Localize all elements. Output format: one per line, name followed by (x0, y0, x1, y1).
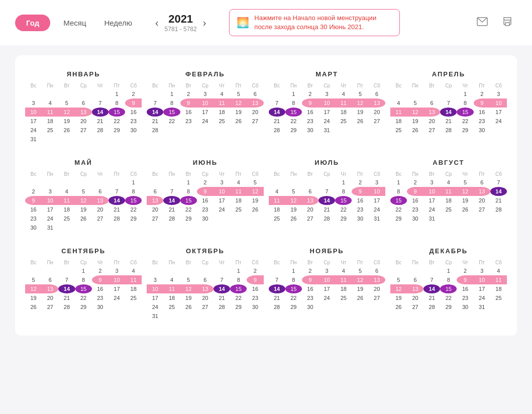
day-cell-5[interactable]: 5 (457, 178, 473, 187)
day-cell-24[interactable]: 24 (109, 293, 125, 302)
day-cell-30[interactable]: 30 (474, 126, 490, 135)
day-cell-15[interactable]: 15 (109, 108, 125, 117)
day-cell-11[interactable]: 11 (58, 196, 75, 205)
day-cell-23[interactable]: 23 (25, 214, 42, 223)
day-cell-15[interactable]: 15 (457, 108, 473, 117)
day-cell-14[interactable]: 14 (440, 108, 457, 117)
day-cell-28[interactable]: 28 (423, 302, 440, 312)
day-cell-31[interactable]: 31 (147, 312, 163, 321)
day-cell-24[interactable]: 24 (42, 214, 58, 223)
day-cell-18[interactable]: 18 (58, 205, 75, 214)
day-cell-30[interactable]: 30 (407, 214, 423, 223)
day-cell-10[interactable]: 10 (147, 284, 163, 293)
day-cell-13[interactable]: 13 (147, 196, 163, 205)
day-cell-2[interactable]: 2 (302, 89, 318, 98)
day-cell-8[interactable]: 8 (285, 275, 302, 284)
day-cell-23[interactable]: 23 (125, 117, 142, 126)
day-cell-24[interactable]: 24 (214, 205, 230, 214)
day-cell-16[interactable]: 16 (352, 196, 368, 205)
day-cell-26[interactable]: 26 (352, 117, 368, 126)
day-cell-19[interactable]: 19 (25, 293, 42, 302)
day-cell-14[interactable]: 14 (163, 196, 180, 205)
day-cell-18[interactable]: 18 (230, 196, 247, 205)
day-cell-9[interactable]: 9 (474, 98, 490, 108)
day-cell-23[interactable]: 23 (197, 205, 214, 214)
day-cell-15[interactable]: 15 (230, 284, 247, 293)
day-cell-8[interactable]: 8 (230, 275, 247, 284)
day-cell-6[interactable]: 6 (247, 89, 263, 98)
day-cell-23[interactable]: 23 (352, 205, 368, 214)
day-cell-5[interactable]: 5 (58, 98, 75, 108)
day-cell-27[interactable]: 27 (197, 302, 214, 312)
day-cell-9[interactable]: 9 (302, 98, 318, 108)
day-cell-18[interactable]: 18 (125, 284, 142, 293)
day-cell-7[interactable]: 7 (423, 275, 440, 284)
day-cell-13[interactable]: 13 (302, 196, 318, 205)
day-cell-19[interactable]: 19 (407, 117, 423, 126)
day-cell-26[interactable]: 26 (180, 302, 197, 312)
day-cell-28[interactable]: 28 (92, 126, 109, 135)
day-cell-7[interactable]: 7 (490, 178, 507, 187)
day-cell-11[interactable]: 11 (335, 275, 352, 284)
day-cell-29[interactable]: 29 (125, 214, 142, 223)
day-cell-13[interactable]: 13 (369, 98, 385, 108)
day-cell-10[interactable]: 10 (423, 187, 440, 196)
day-cell-13[interactable]: 13 (42, 284, 58, 293)
day-cell-22[interactable]: 22 (230, 293, 247, 302)
day-cell-6[interactable]: 6 (42, 275, 58, 284)
day-cell-5[interactable]: 5 (230, 89, 247, 98)
day-cell-25[interactable]: 25 (490, 293, 507, 302)
day-cell-15[interactable]: 15 (390, 196, 407, 205)
day-cell-4[interactable]: 4 (214, 89, 230, 98)
month-view-button[interactable]: Месяц (58, 15, 91, 31)
day-cell-30[interactable]: 30 (302, 126, 318, 135)
day-cell-21[interactable]: 21 (92, 117, 109, 126)
day-cell-25[interactable]: 25 (163, 302, 180, 312)
day-cell-19[interactable]: 19 (285, 205, 302, 214)
day-cell-25[interactable]: 25 (335, 293, 352, 302)
day-cell-4[interactable]: 4 (125, 266, 142, 275)
day-cell-19[interactable]: 19 (390, 293, 407, 302)
day-cell-28[interactable]: 28 (58, 302, 75, 312)
day-cell-9[interactable]: 9 (352, 187, 368, 196)
day-cell-23[interactable]: 23 (92, 293, 109, 302)
day-cell-1[interactable]: 1 (285, 266, 302, 275)
day-cell-28[interactable]: 28 (109, 214, 125, 223)
day-cell-10[interactable]: 10 (318, 98, 335, 108)
day-cell-6[interactable]: 6 (407, 275, 423, 284)
day-cell-5[interactable]: 5 (390, 275, 407, 284)
day-cell-24[interactable]: 24 (369, 205, 385, 214)
day-cell-12[interactable]: 12 (390, 284, 407, 293)
day-cell-18[interactable]: 18 (42, 117, 58, 126)
day-cell-19[interactable]: 19 (352, 108, 368, 117)
day-cell-14[interactable]: 14 (269, 284, 285, 293)
day-cell-31[interactable]: 31 (369, 214, 385, 223)
day-cell-10[interactable]: 10 (490, 98, 507, 108)
day-cell-2[interactable]: 2 (125, 89, 142, 98)
day-cell-17[interactable]: 17 (318, 108, 335, 117)
day-cell-7[interactable]: 7 (92, 98, 109, 108)
day-cell-6[interactable]: 6 (369, 89, 385, 98)
day-cell-21[interactable]: 21 (423, 293, 440, 302)
day-cell-3[interactable]: 3 (197, 89, 214, 98)
day-cell-3[interactable]: 3 (423, 178, 440, 187)
day-cell-17[interactable]: 17 (369, 196, 385, 205)
day-cell-10[interactable]: 10 (42, 196, 58, 205)
day-cell-20[interactable]: 20 (42, 293, 58, 302)
day-cell-23[interactable]: 23 (302, 293, 318, 302)
day-cell-28[interactable]: 28 (269, 302, 285, 312)
day-cell-19[interactable]: 19 (352, 284, 368, 293)
day-cell-25[interactable]: 25 (125, 293, 142, 302)
day-cell-12[interactable]: 12 (25, 284, 42, 293)
day-cell-2[interactable]: 2 (25, 187, 42, 196)
day-cell-22[interactable]: 22 (285, 117, 302, 126)
day-cell-17[interactable]: 17 (109, 284, 125, 293)
day-cell-22[interactable]: 22 (163, 117, 180, 126)
day-cell-19[interactable]: 19 (457, 196, 473, 205)
week-view-button[interactable]: Неделю (99, 15, 137, 31)
day-cell-29[interactable]: 29 (180, 214, 197, 223)
day-cell-8[interactable]: 8 (125, 187, 142, 196)
day-cell-16[interactable]: 16 (247, 284, 263, 293)
day-cell-30[interactable]: 30 (25, 223, 42, 232)
day-cell-5[interactable]: 5 (352, 266, 368, 275)
